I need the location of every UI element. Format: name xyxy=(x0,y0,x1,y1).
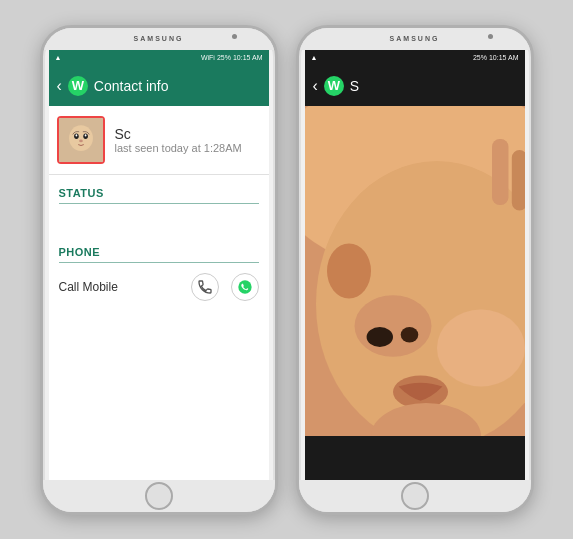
svg-point-17 xyxy=(327,243,371,298)
svg-point-5 xyxy=(84,134,86,136)
svg-point-11 xyxy=(354,295,431,357)
profile-image xyxy=(305,106,525,480)
status-right-right: 25% 10:15 AM xyxy=(473,54,519,61)
camera-right xyxy=(488,34,493,39)
battery-right: 25% xyxy=(473,54,487,61)
svg-rect-18 xyxy=(492,139,509,205)
avatar xyxy=(59,118,103,162)
svg-rect-20 xyxy=(305,436,525,480)
right-phone-bottom xyxy=(299,480,531,512)
home-button-left[interactable] xyxy=(145,482,173,510)
samsung-logo-right: SAMSUNG xyxy=(390,35,440,42)
left-phone-bottom xyxy=(43,480,275,512)
contact-name: Sc xyxy=(115,126,242,142)
contact-info-text: Sc last seen today at 1:28AM xyxy=(115,126,242,154)
phone-action-icons xyxy=(191,273,259,301)
contact-row[interactable]: Sc last seen today at 1:28AM xyxy=(49,106,269,175)
wa-logo-left: W xyxy=(72,78,84,93)
svg-point-13 xyxy=(400,327,418,342)
whatsapp-icon-right: W xyxy=(324,76,344,96)
app-bar-right: ‹ W S xyxy=(305,66,525,106)
status-bar-left: ▲ WiFi 25% 10:15 AM xyxy=(49,50,269,66)
app-title-right: S xyxy=(350,78,359,94)
whatsapp-call-button[interactable] xyxy=(231,273,259,301)
samsung-logo-left: SAMSUNG xyxy=(134,35,184,42)
battery-left: 25% xyxy=(217,54,231,61)
left-phone-top: SAMSUNG xyxy=(43,28,275,50)
svg-point-12 xyxy=(366,327,392,347)
app-title-left: Contact info xyxy=(94,78,169,94)
status-left-right: ▲ xyxy=(311,54,318,61)
profile-view xyxy=(305,106,525,480)
contact-lastseen: last seen today at 1:28AM xyxy=(115,142,242,154)
svg-point-7 xyxy=(238,280,251,293)
back-button-right[interactable]: ‹ xyxy=(313,77,318,95)
signal-icon-right: ▲ xyxy=(311,54,318,61)
status-left-area: ▲ xyxy=(55,54,62,61)
svg-point-4 xyxy=(75,134,77,136)
right-phone-top: SAMSUNG xyxy=(299,28,531,50)
svg-rect-19 xyxy=(511,150,524,211)
phone-section-label: PHONE xyxy=(49,234,269,262)
right-phone: SAMSUNG ▲ 25% 10:15 AM ‹ W S xyxy=(296,25,534,515)
right-screen: ▲ 25% 10:15 AM ‹ W S xyxy=(305,50,525,480)
signal-icon-left: ▲ xyxy=(55,54,62,61)
status-section-label: STATUS xyxy=(49,175,269,203)
call-mobile-row[interactable]: Call Mobile xyxy=(49,263,269,311)
status-divider xyxy=(59,203,259,204)
svg-point-6 xyxy=(79,139,83,142)
phone-call-button[interactable] xyxy=(191,273,219,301)
status-right-area: WiFi 25% 10:15 AM xyxy=(201,54,263,61)
home-button-right[interactable] xyxy=(401,482,429,510)
time-right: 10:15 AM xyxy=(489,54,519,61)
left-screen: ▲ WiFi 25% 10:15 AM ‹ W Contact info xyxy=(49,50,269,480)
wifi-icon-left: WiFi xyxy=(201,54,215,61)
left-phone: SAMSUNG ▲ WiFi 25% 10:15 AM ‹ W Contact … xyxy=(40,25,278,515)
svg-point-1 xyxy=(69,125,93,151)
wa-logo-right: W xyxy=(328,78,340,93)
back-button-left[interactable]: ‹ xyxy=(57,77,62,95)
status-bar-right: ▲ 25% 10:15 AM xyxy=(305,50,525,66)
avatar-wrapper xyxy=(57,116,105,164)
camera-left xyxy=(232,34,237,39)
call-mobile-label: Call Mobile xyxy=(59,280,118,294)
svg-point-14 xyxy=(437,309,525,386)
time-left: 10:15 AM xyxy=(233,54,263,61)
status-content-area xyxy=(49,204,269,234)
whatsapp-icon-left: W xyxy=(68,76,88,96)
phone-divider xyxy=(59,262,259,263)
app-bar-left: ‹ W Contact info xyxy=(49,66,269,106)
